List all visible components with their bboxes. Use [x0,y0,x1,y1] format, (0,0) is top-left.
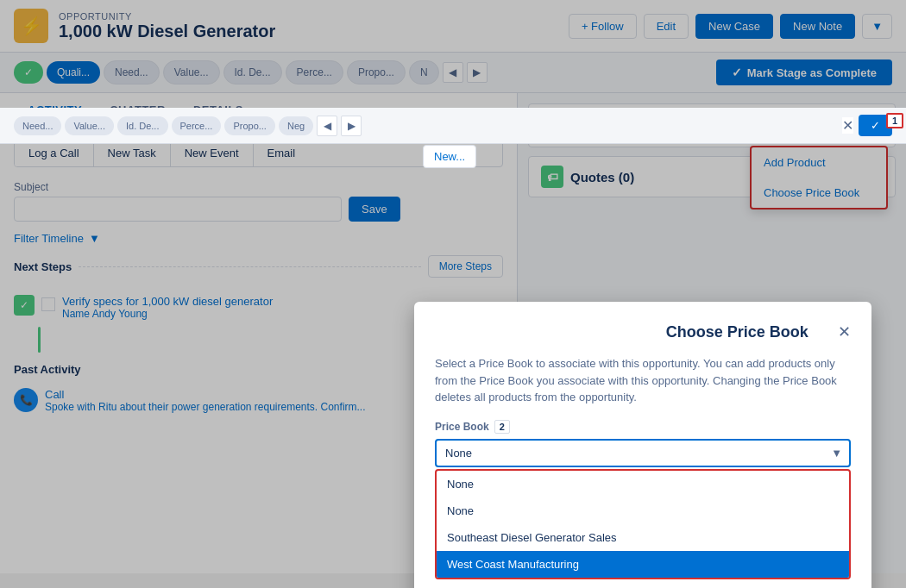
overlay-stage-neg: Neg [279,116,313,135]
option-none-2[interactable]: None [437,497,849,524]
overlay-new-label: New... [423,145,476,168]
option-west-coast[interactable]: West Coast Manufacturing [437,551,849,578]
overlay-stage-bar: Need... Value... Id. De... Perce... Prop… [0,108,906,144]
overlay-stage-next: ▶ [341,116,362,136]
price-book-field-label: Price Book 2 [435,420,851,434]
overlay-stage-value: Value... [65,116,114,135]
overlay-stage-perce: Perce... [172,116,222,135]
choose-price-book-modal: Choose Price Book ✕ Select a Price Book … [414,302,871,588]
overlay-stage-propo: Propo... [224,116,275,135]
option-none-1[interactable]: None [437,471,849,497]
price-book-label-text: Price Book [435,421,489,433]
modal-stage-close-button[interactable]: ✕ [842,117,853,134]
option-southeast[interactable]: Southeast Diesel Generator Sales [437,524,849,551]
overlay-stage-id: Id. De... [117,116,168,135]
badge-1: 1 [886,113,903,128]
price-book-dropdown-options: None None Southeast Diesel Generator Sal… [435,469,851,579]
price-book-select[interactable]: None Southeast Diesel Generator Sales We… [435,439,851,467]
modal-header: Choose Price Book ✕ [435,322,851,341]
modal-close-button[interactable]: ✕ [838,322,851,341]
overlay-stage-need: Need... [14,116,61,135]
modal-title: Choose Price Book [637,323,839,341]
modal-badge-2: 2 [494,420,510,434]
overlay-stage-prev: ◀ [317,116,337,136]
modal-description: Select a Price Book to associate with th… [435,355,851,406]
price-book-select-wrapper: None Southeast Diesel Generator Sales We… [435,439,851,467]
